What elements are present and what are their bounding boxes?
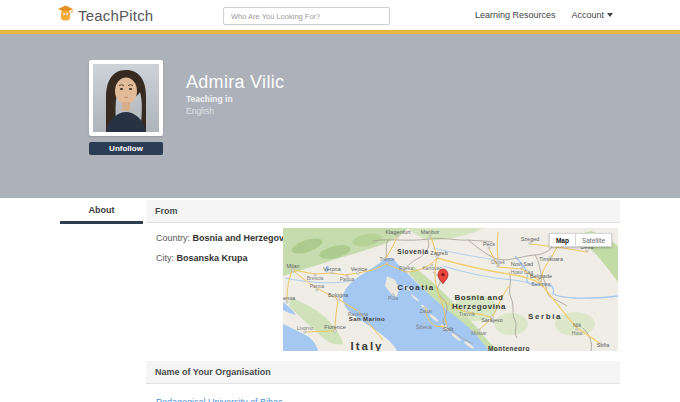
map-label-brescia: Brescia [307,275,324,281]
map-label-nis-cyr: Ниш [572,330,582,336]
profile-content: About From Country: Bosnia and Herzegovi… [0,198,680,402]
map-label-sarajevo: Sarajevo [481,317,503,323]
map-country-bosnia-1: Bosnia and [454,293,503,302]
organisation-section-body: Pedagogical University of Bihac [146,384,620,402]
top-navbar: TeachPitch Learning Resources Account [0,0,680,30]
map-label-zadar: Zadar [419,308,432,314]
map-label-novi-sad: Novi Sad [511,261,533,267]
map-label-sibenik: Šibenik [416,324,433,330]
tab-about[interactable]: About [60,200,143,224]
map-label-belgrade-cyr: Београд [531,281,550,287]
about-panel: From Country: Bosnia and Herzegovina Cit… [146,200,620,402]
country-label: Country: [156,233,190,243]
map-label-timisoara: Timisoara [539,256,564,262]
search-input[interactable] [223,7,390,25]
map-label-sofia: Sofia [597,342,610,348]
country-value: Bosnia and Herzegovina [193,233,298,243]
map-label-karlovac: Karlovac [422,265,442,271]
navbar-links: Learning Resources Account [475,0,613,30]
teachpitch-profile-page: TeachPitch Learning Resources Account [0,0,680,402]
nav-account-menu[interactable]: Account [571,10,613,20]
chevron-down-icon [607,13,613,17]
map-label-klagenfurt: Klagenfurt [385,229,411,235]
map-view-button[interactable]: Map [549,233,575,247]
map-label-nis: Niš [573,322,581,328]
map-label-osijek: Osijek [491,259,505,265]
location-map[interactable]: Klagenfurt Maribor Milan Brescia Verona … [283,228,618,351]
map-label-parma: Parma [310,283,325,289]
account-label: Account [571,10,604,20]
organisation-link[interactable]: Pedagogical University of Bihac [156,397,283,402]
map-label-padua: Padua [340,276,355,282]
map-label-trieste: Trieste [379,256,394,262]
map-label-belgrade: Belgrade [530,273,552,279]
map-country-san-marino: San Marino [349,316,385,322]
map-label-pula: Pula [388,295,398,301]
map-label-verona: Verona [323,266,341,272]
map-label-rijeka: Rijeka [399,265,413,271]
satellite-view-button[interactable]: Satellite [575,233,612,247]
city-label: City: [156,253,174,263]
map-label-bologna: Bologna [328,292,349,298]
map-country-slovenia: Slovenia [397,248,429,255]
teachpitch-logo[interactable]: TeachPitch [57,5,153,26]
unfollow-button[interactable]: Unfollow [89,142,163,155]
teachpitch-owl-icon [57,5,74,26]
map-label-genoa: Genoa [283,295,296,301]
map-country-italy: Italy [350,340,383,351]
map-label-pecs: Pécs [483,241,495,247]
organisation-section-header: Name of Your Organisation [146,361,620,384]
profile-hero: Unfollow Admira Vilic Teaching in Englis… [0,34,680,198]
nav-learning-resources[interactable]: Learning Resources [475,10,556,20]
map-country-serbia: Serbia [528,312,562,321]
from-section-header: From [146,200,620,223]
map-label-milan: Milan [286,263,299,269]
map-country-croatia: Croatia [397,283,434,292]
map-label-livorno: Livorno [297,325,314,331]
map-country-montenegro: Montenegro [488,345,530,351]
learning-resources-label: Learning Resources [475,10,556,20]
map-label-zagreb: Zagreb [430,250,447,256]
map-country-bosnia-2: Herzegovina [452,302,506,311]
map-label-venice: Venice [351,266,368,272]
country-field: Country: Bosnia and Herzegovina [156,233,297,243]
map-label-maribor: Maribor [421,229,440,235]
tabs-column: About [57,198,146,224]
teaching-language: English [186,106,214,116]
map-label-travnik: Travnik [459,311,476,317]
map-label-florence: Florence [324,324,345,330]
map-type-controls: Map Satellite [549,233,612,247]
map-label-szeged: Szeged [521,236,540,242]
teaching-in-label: Teaching in [186,94,233,104]
from-section-body: Country: Bosnia and Herzegovina City: Bo… [146,223,620,361]
city-field: City: Bosanska Krupa [156,253,248,263]
profile-name: Admira Vilic [186,72,284,93]
map-label-mostar: Mostar [471,330,487,336]
map-label-split: Split [443,326,454,332]
city-value: Bosanska Krupa [177,253,248,263]
brand-name: TeachPitch [78,7,153,24]
profile-photo [89,60,163,136]
